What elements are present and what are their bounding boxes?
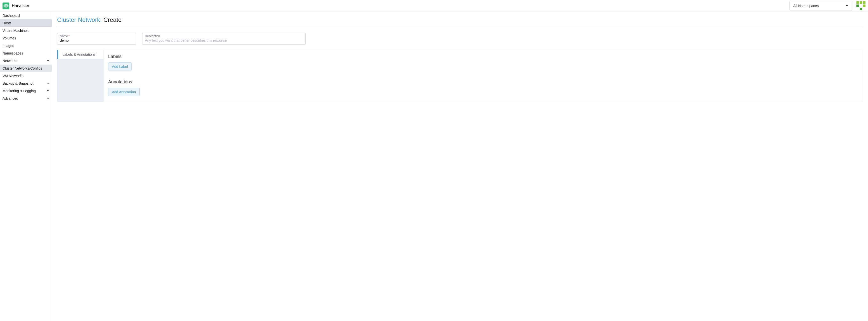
brand[interactable]: Harvester [2, 2, 29, 9]
sidebar: Dashboard Hosts Virtual Machines Volumes… [0, 12, 52, 321]
chevron-down-icon [846, 4, 849, 8]
sidebar-item-label: Monitoring & Logging [2, 89, 36, 93]
sidebar-item-namespaces[interactable]: Namespaces [0, 49, 52, 57]
add-label-button[interactable]: Add Label [108, 62, 132, 71]
sidebar-item-label: Cluster Networks/Configs [2, 66, 42, 70]
chevron-down-icon [47, 90, 49, 93]
labels-heading: Labels [108, 54, 858, 59]
sidebar-group-advanced[interactable]: Advanced [0, 95, 52, 102]
user-avatar-icon[interactable] [857, 1, 866, 10]
name-field[interactable]: Name* [57, 33, 136, 45]
sidebar-item-images[interactable]: Images [0, 42, 52, 49]
sidebar-item-hosts[interactable]: Hosts [0, 19, 52, 27]
name-input[interactable] [60, 38, 133, 42]
sidebar-item-vm-networks[interactable]: VM Networks [0, 72, 52, 80]
sidebar-item-label: Backup & Snapshot [2, 81, 33, 85]
sidebar-item-label: VM Networks [2, 74, 23, 78]
required-indicator: * [68, 34, 70, 38]
annotations-heading: Annotations [108, 79, 858, 85]
divider [57, 28, 863, 28]
brand-logo-icon [2, 2, 9, 9]
sidebar-item-label: Volumes [2, 36, 16, 40]
sidebar-item-virtual-machines[interactable]: Virtual Machines [0, 27, 52, 34]
sidebar-group-backup-snapshot[interactable]: Backup & Snapshot [0, 80, 52, 87]
chevron-up-icon [47, 59, 49, 62]
panel-body: Labels Add Label Annotations Add Annotat… [104, 50, 863, 102]
chevron-down-icon [47, 82, 49, 85]
chevron-down-icon [47, 97, 49, 100]
brand-title: Harvester [12, 3, 29, 8]
sidebar-item-label: Virtual Machines [2, 29, 28, 33]
sidebar-group-networks[interactable]: Networks [0, 57, 52, 65]
sidebar-item-label: Images [2, 44, 14, 48]
tab-labels-annotations[interactable]: Labels & Annotations [57, 50, 103, 59]
namespace-selector[interactable]: All Namespaces [789, 1, 852, 11]
page-title: Cluster Network: Create [57, 16, 863, 23]
topbar: Harvester All Namespaces [0, 0, 868, 12]
form-row: Name* Description [57, 33, 863, 45]
sidebar-item-label: Dashboard [2, 13, 20, 17]
description-label: Description [145, 34, 303, 38]
labels-annotations-panel: Labels & Annotations Labels Add Label An… [57, 50, 863, 102]
sidebar-group-monitoring-logging[interactable]: Monitoring & Logging [0, 87, 52, 95]
breadcrumb-link[interactable]: Cluster Network: [57, 16, 102, 23]
sidebar-item-label: Advanced [2, 97, 18, 101]
sidebar-item-volumes[interactable]: Volumes [0, 34, 52, 42]
sidebar-item-dashboard[interactable]: Dashboard [0, 12, 52, 19]
name-label: Name* [60, 34, 133, 38]
sidebar-item-label: Hosts [2, 21, 11, 25]
namespace-selected: All Namespaces [793, 4, 819, 8]
field-label-text: Name [60, 34, 68, 38]
main-content: Cluster Network: Create Name* Descriptio… [52, 12, 868, 321]
sidebar-item-cluster-networks[interactable]: Cluster Networks/Configs [0, 65, 52, 72]
description-input[interactable] [145, 38, 303, 42]
description-field[interactable]: Description [142, 33, 306, 45]
add-annotation-button[interactable]: Add Annotation [108, 88, 140, 96]
page-action: Create [103, 16, 122, 23]
panel-tabs: Labels & Annotations [57, 50, 104, 102]
sidebar-item-label: Namespaces [2, 51, 23, 55]
sidebar-item-label: Networks [2, 59, 17, 63]
